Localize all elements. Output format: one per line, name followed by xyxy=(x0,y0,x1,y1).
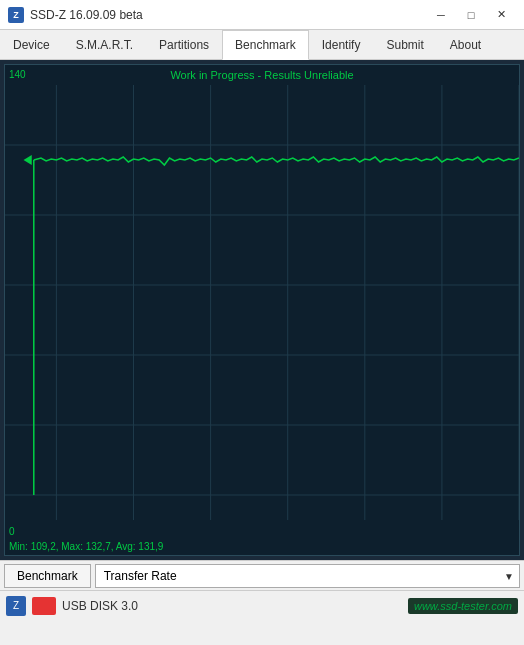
disk-name-label: USB DISK 3.0 xyxy=(62,599,138,613)
disk-color-indicator xyxy=(32,597,56,615)
dropdown-container: Transfer Rate Access Time IOPS ▼ xyxy=(95,564,520,588)
menu-partitions[interactable]: Partitions xyxy=(146,30,222,59)
menu-bar: Device S.M.A.R.T. Partitions Benchmark I… xyxy=(0,30,524,60)
transfer-type-dropdown[interactable]: Transfer Rate Access Time IOPS xyxy=(95,564,520,588)
chart-svg xyxy=(5,65,519,555)
chart-title: Work in Progress - Results Unreliable xyxy=(170,69,353,81)
app-icon: Z xyxy=(8,7,24,23)
close-button[interactable]: ✕ xyxy=(486,5,516,25)
bottom-controls: Benchmark Transfer Rate Access Time IOPS… xyxy=(0,560,524,590)
website-url: www.ssd-tester.com xyxy=(408,598,518,614)
svg-marker-13 xyxy=(24,155,32,165)
window-controls: ─ □ ✕ xyxy=(426,5,516,25)
menu-about[interactable]: About xyxy=(437,30,494,59)
title-bar: Z SSD-Z 16.09.09 beta ─ □ ✕ xyxy=(0,0,524,30)
main-content: Work in Progress - Results Unreliable 14… xyxy=(0,60,524,560)
menu-device[interactable]: Device xyxy=(0,30,63,59)
maximize-button[interactable]: □ xyxy=(456,5,486,25)
status-disk-info: USB DISK 3.0 xyxy=(32,597,402,615)
title-bar-left: Z SSD-Z 16.09.09 beta xyxy=(8,7,143,23)
status-bar: Z USB DISK 3.0 www.ssd-tester.com xyxy=(0,590,524,620)
menu-benchmark[interactable]: Benchmark xyxy=(222,30,309,60)
menu-smart[interactable]: S.M.A.R.T. xyxy=(63,30,146,59)
minimize-button[interactable]: ─ xyxy=(426,5,456,25)
app-title: SSD-Z 16.09.09 beta xyxy=(30,8,143,22)
menu-identify[interactable]: Identify xyxy=(309,30,374,59)
status-app-icon: Z xyxy=(6,596,26,616)
menu-submit[interactable]: Submit xyxy=(373,30,436,59)
chart-area: Work in Progress - Results Unreliable 14… xyxy=(4,64,520,556)
benchmark-button[interactable]: Benchmark xyxy=(4,564,91,588)
